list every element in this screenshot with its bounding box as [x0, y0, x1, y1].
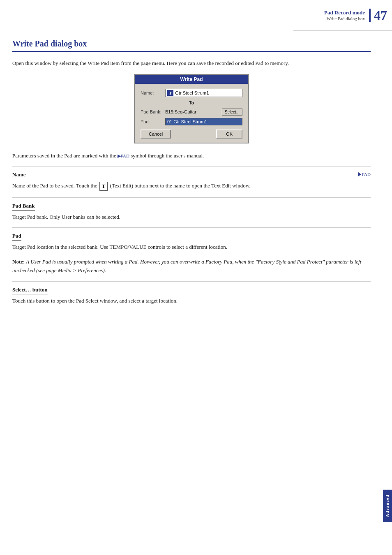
page-title: Write Pad dialog box [12, 39, 371, 52]
cancel-button[interactable]: Cancel [141, 130, 171, 139]
dialog-pad-row: Pad: 01:Gtr Steel Strum1 [141, 118, 242, 125]
section-pad-bank-header: Pad Bank [12, 203, 371, 210]
params-note: Parameters saved in the Pad are marked w… [12, 152, 371, 160]
divider-4 [12, 281, 371, 282]
badge-arrow-icon [358, 172, 361, 176]
section-pad-header: Pad [12, 233, 371, 240]
ok-button[interactable]: OK [216, 130, 242, 139]
page-number: 47 [369, 9, 387, 22]
divider-2 [12, 197, 371, 198]
section-name-header: Name PAD [12, 171, 371, 179]
dialog-illustration: Write Pad Name: T Gtr Steel Strum1 To Pa… [12, 74, 371, 143]
section-pad: Pad Target Pad location in the selected … [12, 233, 371, 275]
section-select-text: Touch this button to open the Pad Select… [12, 297, 371, 305]
section-pad-bank-text: Target Pad bank. Only User banks can be … [12, 213, 371, 221]
divider [12, 166, 371, 166]
dialog-to-label: To [141, 100, 242, 105]
dialog-name-label: Name: [141, 90, 165, 95]
section-name: Name PAD Name of the Pad to be saved. To… [12, 171, 371, 191]
main-content: Write Pad dialog box Open this window by… [0, 31, 383, 324]
dialog-action-buttons: Cancel OK [141, 130, 242, 139]
dialog-titlebar: Write Pad [135, 75, 248, 84]
section-select-title: Select… button [12, 287, 48, 294]
dialog-name-input[interactable]: T Gtr Steel Strum1 [165, 89, 242, 97]
section-pad-note: Note: A User Pad is usually prompted whe… [12, 258, 371, 275]
section-name-text: Name of the Pad to be saved. Touch the T… [12, 182, 371, 191]
intro-paragraph: Open this window by selecting the Write … [12, 59, 371, 67]
header-subsection: Write Pad dialog box [324, 16, 365, 21]
select-button-dialog[interactable]: Select... [222, 109, 242, 116]
dialog-body: Name: T Gtr Steel Strum1 To Pad Bank: B1… [135, 84, 248, 143]
text-edit-button[interactable]: T [167, 90, 173, 96]
section-select-button: Select… button Touch this button to open… [12, 287, 371, 305]
dialog-pad-label: Pad: [141, 119, 165, 124]
divider-3 [12, 227, 371, 228]
page-header: Pad Record mode Write Pad dialog box 47 [293, 0, 392, 31]
dialog-name-row: Name: T Gtr Steel Strum1 [141, 89, 242, 97]
dialog-pad-value[interactable]: 01:Gtr Steel Strum1 [165, 118, 242, 125]
dialog-padbank-label: Pad Bank: [141, 109, 165, 114]
section-select-header: Select… button [12, 287, 371, 294]
write-pad-dialog: Write Pad Name: T Gtr Steel Strum1 To Pa… [134, 74, 249, 143]
advanced-tab: Advanced [383, 490, 392, 522]
dialog-padbank-row: Pad Bank: B15:Seq-Guitar Select... [141, 109, 242, 116]
t-button-inline: T [99, 182, 108, 191]
section-pad-text: Target Pad location in the selected bank… [12, 243, 371, 251]
section-pad-title: Pad [12, 233, 21, 240]
header-section: Pad Record mode [324, 9, 365, 16]
section-pad-bank-title: Pad Bank [12, 203, 35, 210]
section-pad-bank: Pad Bank Target Pad bank. Only User bank… [12, 203, 371, 221]
section-name-badge: PAD [358, 172, 371, 177]
section-name-title: Name [12, 171, 26, 179]
dialog-name-value: Gtr Steel Strum1 [175, 90, 209, 95]
dialog-padbank-value: B15:Seq-Guitar [165, 109, 219, 114]
